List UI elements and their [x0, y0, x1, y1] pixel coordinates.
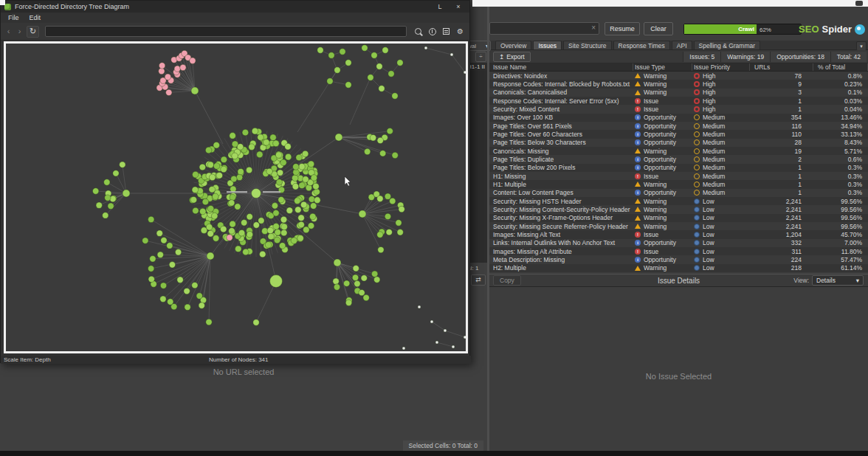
graph-node[interactable] — [281, 224, 288, 230]
graph-node[interactable] — [299, 164, 306, 170]
graph-node[interactable] — [150, 256, 156, 262]
summary-total[interactable]: Total: 42 — [830, 52, 867, 62]
info-button[interactable] — [427, 27, 438, 37]
graph-node[interactable] — [464, 71, 466, 74]
graph-node[interactable] — [168, 299, 173, 305]
graph-node[interactable] — [221, 156, 227, 163]
graph-node[interactable] — [270, 134, 277, 141]
graph-node[interactable] — [278, 197, 284, 203]
graph-node[interactable] — [113, 170, 119, 176]
graph-node[interactable] — [207, 205, 214, 212]
graph-node[interactable] — [295, 207, 302, 213]
graph-node[interactable] — [308, 223, 314, 229]
graph-node[interactable] — [418, 305, 421, 308]
graph-node[interactable] — [317, 47, 323, 53]
diagram-window-titlebar[interactable]: Force-Directed Directory Tree Diagram L … — [1, 1, 469, 13]
graph-node[interactable] — [272, 203, 278, 209]
graph-node[interactable] — [345, 82, 351, 88]
graph-node[interactable] — [370, 134, 376, 140]
graph-node[interactable] — [252, 128, 258, 134]
graph-node[interactable] — [199, 208, 206, 215]
graph-node[interactable] — [328, 52, 334, 58]
issue-row[interactable]: Security: Missing X-Frame-Options Header… — [489, 214, 868, 222]
graph-node[interactable] — [159, 68, 165, 74]
graph-node[interactable] — [300, 201, 307, 208]
issue-row[interactable]: Canonicals: CanonicalisedWarningHigh30.1… — [489, 89, 868, 97]
graph-node[interactable] — [285, 153, 292, 160]
graph-node[interactable] — [397, 229, 403, 235]
graph-node[interactable] — [368, 75, 373, 80]
occluded-swap-button[interactable]: ⇄ — [471, 274, 486, 286]
graph-node[interactable] — [180, 64, 186, 70]
graph-node[interactable] — [235, 204, 241, 210]
graph-node[interactable] — [157, 252, 163, 258]
issue-row[interactable]: Response Codes: Internal: Server Error (… — [489, 97, 868, 105]
graph-node[interactable] — [311, 175, 317, 182]
graph-node[interactable] — [377, 196, 383, 201]
graph-node[interactable] — [105, 195, 111, 201]
graph-node[interactable] — [216, 172, 223, 179]
graph-node[interactable] — [236, 174, 242, 180]
graph-node[interactable] — [159, 63, 165, 69]
occluded-filter-button[interactable]: ÷ — [475, 52, 486, 62]
graph-node[interactable] — [334, 284, 340, 290]
menu-edit[interactable]: Edit — [30, 14, 41, 21]
graph-node[interactable] — [450, 53, 453, 56]
graph-node[interactable] — [257, 151, 264, 158]
graph-node[interactable] — [327, 78, 333, 84]
graph-node[interactable] — [279, 243, 286, 249]
graph-node[interactable] — [392, 93, 398, 99]
export-button[interactable]: ↥ Export — [493, 52, 531, 62]
graph-node[interactable] — [258, 218, 264, 224]
graph-node[interactable] — [148, 266, 154, 272]
graph-node[interactable] — [378, 246, 384, 252]
graph-node[interactable] — [364, 148, 370, 154]
graph-node[interactable] — [207, 230, 214, 237]
issue-row[interactable]: Page Titles: Over 561 PixelsiOpportunity… — [489, 122, 868, 130]
graph-node[interactable] — [280, 159, 287, 166]
graph-node[interactable] — [213, 163, 220, 170]
graph-node[interactable] — [371, 52, 377, 58]
search-button[interactable] — [413, 27, 424, 37]
issue-row[interactable]: Security: Missing Content-Security-Polic… — [489, 205, 868, 213]
graph-node[interactable] — [253, 319, 259, 325]
graph-node[interactable] — [264, 139, 270, 146]
graph-node[interactable] — [335, 134, 342, 141]
summary-opportunities[interactable]: Opportunities: 18 — [770, 52, 830, 62]
issue-row[interactable]: Security: Missing Secure Referrer-Policy… — [489, 222, 868, 230]
graph-node[interactable] — [399, 206, 404, 212]
issue-row[interactable]: Images: Missing Alt Text!IssueLow1,20445… — [489, 230, 868, 238]
graph-node[interactable] — [334, 67, 340, 73]
graph-node[interactable] — [435, 341, 438, 344]
issues-search-input[interactable]: × — [489, 22, 599, 35]
clear-button[interactable]: Clear — [644, 22, 673, 35]
graph-node[interactable] — [353, 265, 359, 271]
graph-node[interactable] — [229, 200, 235, 206]
maximize-button[interactable]: L — [433, 3, 447, 10]
graph-node[interactable] — [238, 229, 245, 236]
column-issue-type[interactable]: Issue Type — [633, 63, 692, 71]
graph-node[interactable] — [160, 283, 166, 289]
issue-row[interactable]: Page Titles: Over 60 CharactersiOpportun… — [489, 130, 868, 138]
graph-node[interactable] — [266, 168, 272, 174]
resume-button[interactable]: Resume — [604, 22, 640, 35]
graph-node[interactable] — [298, 215, 305, 221]
graph-node[interactable] — [227, 235, 232, 241]
refresh-button[interactable]: ↻ — [27, 26, 39, 38]
issue-row[interactable]: Links: Internal Outlinks With No Anchor … — [489, 239, 868, 247]
column-issue-priority[interactable]: Issue Priority — [692, 63, 750, 71]
back-button[interactable]: ‹ — [4, 27, 13, 35]
graph-node[interactable] — [184, 288, 190, 294]
graph-node[interactable] — [309, 213, 316, 220]
graph-node[interactable] — [205, 147, 212, 153]
graph-node[interactable] — [103, 213, 108, 218]
graph-node[interactable] — [192, 282, 198, 288]
graph-node[interactable] — [190, 196, 197, 203]
issue-row[interactable]: Response Codes: Internal: Blocked by Rob… — [489, 80, 868, 88]
issue-row[interactable]: Images: Missing Alt Attribute!IssueLow31… — [489, 247, 868, 255]
graph-node[interactable] — [193, 171, 199, 178]
issue-row[interactable]: H1: MultipleWarningMedium10.3% — [489, 180, 868, 188]
graph-node[interactable] — [169, 262, 175, 268]
graph-node[interactable] — [199, 164, 206, 170]
graph-node[interactable] — [308, 161, 314, 167]
